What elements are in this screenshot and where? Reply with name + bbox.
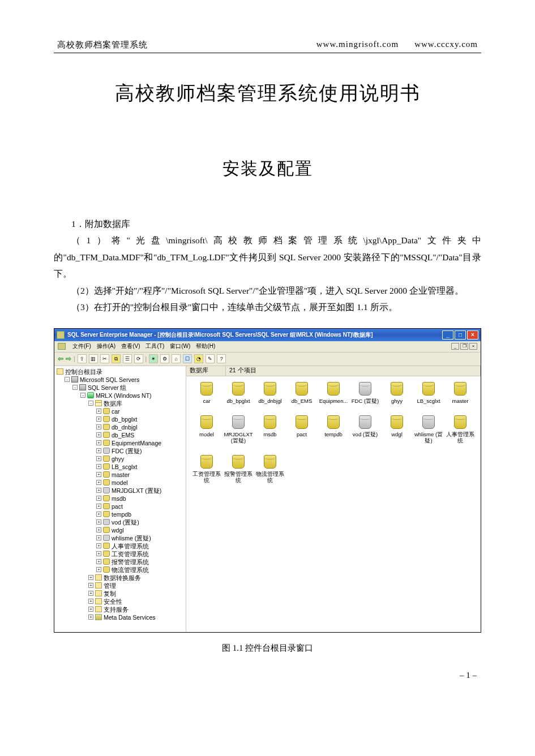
tree-db-item[interactable]: +db_bpglxt [55,415,185,423]
mdi-min-icon[interactable]: _ [451,343,459,350]
db-icon-item[interactable]: Equipmen... [318,382,349,404]
icon-area[interactable]: cardb_bpglxtdb_dnbjgldb_EMSEquipmen...FD… [186,376,481,632]
menu-tools[interactable]: 工具(T) [145,342,164,350]
run-icon[interactable]: ✶ [149,354,158,363]
tree-db-item[interactable]: +FDC (置疑) [55,447,185,455]
db-icon-label: tempdb [318,431,349,437]
db-icon-item[interactable]: 报警管理系统 [222,455,254,483]
doc-title: 高校教师档案管理系统使用说明书 [54,80,481,106]
db-icon-item[interactable]: FDC (置疑) [349,382,381,404]
list-pane: 数据库 21 个项目 cardb_bpglxtdb_dnbjgldb_EMSEq… [186,366,481,632]
back-icon[interactable]: ⇦ [58,355,63,363]
mdi-close-icon[interactable]: × [469,343,477,350]
prop-icon[interactable]: ☰ [123,354,132,363]
db-icon-item[interactable]: whlisme (置疑) [413,415,444,444]
db-icon-label: wdgl [381,431,413,437]
db-icon-item[interactable]: 物流管理系统 [254,455,286,483]
menu-file[interactable]: 文件(F) [72,342,91,350]
db-icon-item[interactable]: db_EMS [286,382,318,404]
db-icon-item[interactable]: MRJDGLXT (置疑) [222,415,254,444]
reg-icon[interactable]: ☐ [183,354,192,363]
db-icon-item[interactable]: wdgl [381,415,413,444]
db-icon-item[interactable]: LB_scglxt [413,382,444,404]
tree-mgmt[interactable]: +管理 [55,582,185,590]
tree-db-item[interactable]: +db_dnbjgl [55,423,185,431]
help-icon[interactable]: ? [217,354,226,363]
tree-db-item[interactable]: +tempdb [55,510,185,518]
fwd-icon[interactable]: ⇨ [66,355,71,363]
refresh-icon[interactable]: ⟳ [134,354,143,363]
menu-view[interactable]: 查看(V) [121,342,140,350]
db-icon-item[interactable]: 人事管理系统 [444,415,476,444]
db-icon-item[interactable]: db_bpglxt [222,382,254,404]
tree-sec[interactable]: +安全性 [55,598,185,605]
tree-dts[interactable]: +数据转换服务 [55,574,185,582]
db-icon-item[interactable]: msdb [254,415,286,444]
mdi-restore-icon[interactable]: ❐ [460,343,468,350]
tree-db-item[interactable]: +db_EMS [55,431,185,439]
db-icon-label: Equipmen... [318,398,349,404]
tree-db-item[interactable]: +wdgl [55,526,185,534]
tree-db-item[interactable]: +pact [55,502,185,510]
tree-db-item[interactable]: +人事管理系统 [55,542,185,550]
tree-db-item[interactable]: +工资管理系统 [55,550,185,558]
db-icon-item[interactable]: pact [286,415,318,444]
close-button[interactable]: × [467,330,478,340]
copy-icon[interactable]: ⧉ [112,354,121,363]
tree-db-item[interactable]: +报警管理系统 [55,558,185,566]
tree-db-item[interactable]: +ghyy [55,455,185,463]
tree-db-item[interactable]: +EquipmentManage [55,439,185,447]
cut-icon[interactable]: ✂ [100,354,109,363]
tree-databases[interactable]: -数据库 [55,400,185,407]
menu-help[interactable]: 帮助(H) [196,342,215,350]
tree-sqlservers[interactable]: -Microsoft SQL Servers [55,376,185,384]
tree-db-item[interactable]: +LB_scglxt [55,463,185,471]
tree-db-item[interactable]: +vod (置疑) [55,518,185,526]
tree-pane[interactable]: 控制台根目录 -Microsoft SQL Servers -SQL Serve… [54,366,186,632]
sched-icon[interactable]: ◔ [194,354,203,363]
tree-group[interactable]: -SQL Server 组 [55,384,185,392]
database-icon [296,415,308,429]
hdr-rule [54,53,481,53]
page-number: – 1 – [54,671,481,680]
tree-repl[interactable]: +复制 [55,590,185,598]
script-icon[interactable]: ✎ [206,354,215,363]
list-col-count: 21 个项目 [226,366,481,376]
new-icon[interactable]: ⌂ [172,354,181,363]
tree-db-item[interactable]: +物流管理系统 [55,566,185,574]
db-icon-item[interactable]: 工资管理系统 [191,455,222,483]
tree-instance[interactable]: -MRLX (Windows NT) [55,392,185,400]
tree-db-item[interactable]: +msdb [55,495,185,502]
db-icon-item[interactable]: tempdb [318,415,349,444]
db-icon-label: db_EMS [286,398,318,404]
tree-db-item[interactable]: +car [55,407,185,415]
tree-db-item[interactable]: +MRJDGLXT (置疑) [55,487,185,495]
db-icon-label: 报警管理系统 [222,471,254,483]
menu-window[interactable]: 窗口(W) [170,342,190,350]
db-icon-item[interactable]: vod (置疑) [349,415,381,444]
tree-db-item[interactable]: +model [55,479,185,487]
tree-meta[interactable]: +Meta Data Services [55,613,185,621]
sql-server-window: SQL Server Enterprise Manager - [控制台根目录\… [54,328,481,633]
db-icon-item[interactable]: ghyy [381,382,413,404]
menu-action[interactable]: 操作(A) [97,342,115,350]
up-icon[interactable]: ⇧ [78,354,87,363]
figure-caption: 图 1.1 控件台根目录窗口 [54,643,481,654]
minimize-button[interactable]: _ [442,330,453,340]
list-col-name[interactable]: 数据库 [186,366,226,376]
db-icon-item[interactable]: master [444,382,476,404]
db-icon-item[interactable]: model [191,415,222,444]
tree-root[interactable]: 控制台根目录 [55,368,185,376]
menu-bar: 文件(F) 操作(A) 查看(V) 工具(T) 窗口(W) 帮助(H) _ ❐ … [54,341,481,353]
database-icon [232,415,245,429]
db-icon-item[interactable]: car [191,382,222,404]
screenshot-figure: SQL Server Enterprise Manager - [控制台根目录\… [54,328,481,654]
wizard-icon[interactable]: ⚙ [160,354,169,363]
database-icon [454,415,466,429]
tree-db-item[interactable]: +whlisme (置疑) [55,534,185,542]
show-tree-icon[interactable]: ▥ [89,354,98,363]
maximize-button[interactable]: □ [455,330,466,340]
tree-support[interactable]: +支持服务 [55,605,185,613]
db-icon-item[interactable]: db_dnbjgl [254,382,286,404]
tree-db-item[interactable]: +master [55,471,185,479]
